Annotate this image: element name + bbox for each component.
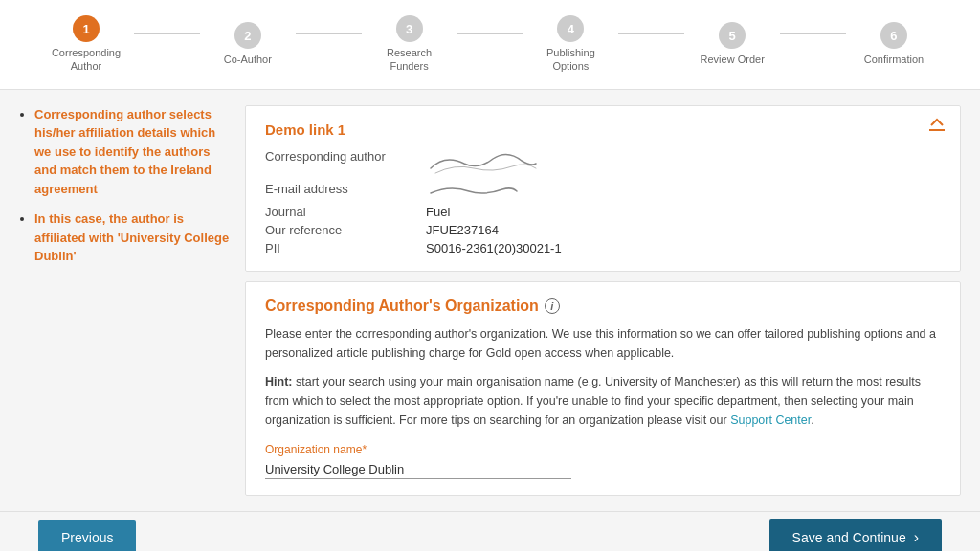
org-description: Please enter the corresponding author's … bbox=[265, 324, 941, 363]
hint-body: start your search using your main organi… bbox=[265, 375, 921, 427]
hint-label: Hint: bbox=[265, 375, 292, 388]
org-title: Corresponding Author's Organization i bbox=[265, 298, 941, 315]
sidebar: Corresponding author selects his/her aff… bbox=[19, 105, 230, 496]
org-card: Corresponding Author's Organization i Pl… bbox=[245, 281, 961, 496]
stepper: 1 CorrespondingAuthor 2 Co-Author 3 Rese… bbox=[0, 0, 980, 90]
label-corresponding-author: Corresponding author bbox=[265, 149, 418, 178]
step-1[interactable]: 1 CorrespondingAuthor bbox=[38, 15, 134, 74]
article-card: Demo link 1 Corresponding author E-mail … bbox=[245, 105, 961, 272]
value-email bbox=[426, 182, 941, 201]
main-content: Corresponding author selects his/her aff… bbox=[0, 90, 980, 511]
value-pii: S0016-2361(20)30021-1 bbox=[426, 241, 941, 255]
step-5-label: Review Order bbox=[701, 53, 765, 66]
step-1-label: CorrespondingAuthor bbox=[52, 46, 121, 74]
value-reference: JFUE237164 bbox=[426, 223, 941, 237]
step-2-circle: 2 bbox=[234, 22, 261, 49]
save-arrow-icon: › bbox=[914, 529, 919, 546]
step-4-label: PublishingOptions bbox=[546, 46, 595, 74]
demo-link[interactable]: Demo link 1 bbox=[265, 121, 941, 138]
step-6-circle: 6 bbox=[880, 22, 907, 49]
save-continue-label: Save and Continue bbox=[792, 530, 906, 545]
connector-5-6 bbox=[780, 33, 846, 34]
step-4-circle: 4 bbox=[557, 15, 584, 42]
footer: Previous Save and Continue › bbox=[0, 511, 980, 551]
sidebar-item-1: Corresponding author selects his/her aff… bbox=[34, 107, 215, 196]
collapse-button[interactable] bbox=[929, 118, 945, 131]
article-info: Corresponding author E-mail address bbox=[265, 149, 941, 255]
step-3-circle: 3 bbox=[396, 15, 423, 42]
step-6-label: Confirmation bbox=[864, 53, 924, 66]
label-pii: PII bbox=[265, 241, 418, 255]
step-4[interactable]: 4 PublishingOptions bbox=[523, 15, 618, 74]
save-continue-button[interactable]: Save and Continue › bbox=[769, 519, 942, 551]
step-3-label: ResearchFunders bbox=[387, 46, 432, 74]
connector-4-5 bbox=[618, 33, 684, 34]
org-name-input[interactable] bbox=[265, 460, 571, 479]
required-asterisk: * bbox=[362, 443, 367, 456]
content-area: Demo link 1 Corresponding author E-mail … bbox=[245, 105, 961, 496]
step-3[interactable]: 3 ResearchFunders bbox=[362, 15, 457, 74]
connector-3-4 bbox=[457, 33, 523, 34]
hint-text: Hint: start your search using your main … bbox=[265, 372, 941, 430]
step-5[interactable]: 5 Review Order bbox=[684, 22, 780, 66]
label-reference: Our reference bbox=[265, 223, 418, 237]
support-center-link[interactable]: Support Center bbox=[730, 413, 811, 427]
value-corresponding-author bbox=[426, 149, 941, 178]
sidebar-item-2: In this case, the author is affiliated w… bbox=[34, 211, 229, 263]
org-field-label: Organization name* bbox=[265, 443, 941, 456]
step-1-circle: 1 bbox=[73, 15, 100, 42]
connector-1-2 bbox=[134, 33, 200, 34]
info-icon[interactable]: i bbox=[545, 298, 560, 314]
connector-2-3 bbox=[296, 33, 362, 34]
label-journal: Journal bbox=[265, 205, 418, 219]
step-2-label: Co-Author bbox=[224, 53, 272, 66]
value-journal: Fuel bbox=[426, 205, 941, 219]
previous-button[interactable]: Previous bbox=[38, 520, 136, 551]
collapse-line bbox=[929, 129, 945, 131]
label-email: E-mail address bbox=[265, 182, 418, 201]
step-2[interactable]: 2 Co-Author bbox=[200, 22, 296, 66]
step-6[interactable]: 6 Confirmation bbox=[846, 22, 942, 66]
step-5-circle: 5 bbox=[719, 22, 746, 49]
